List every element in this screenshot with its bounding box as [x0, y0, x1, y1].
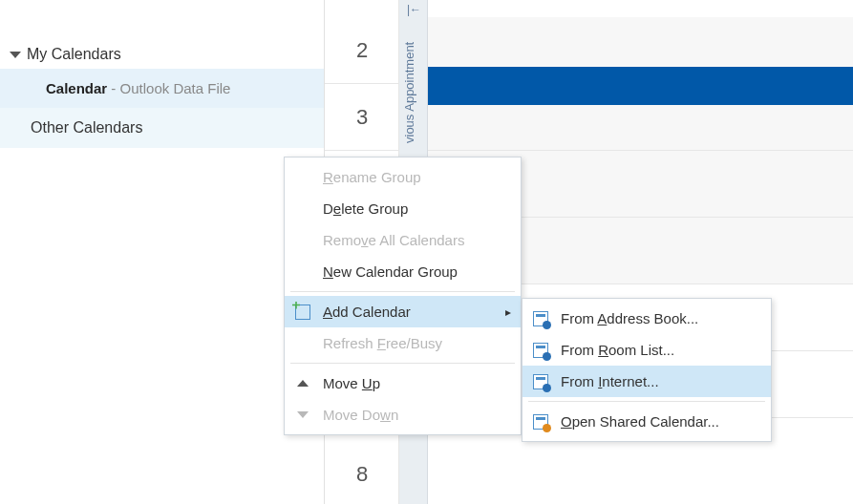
submenu-from-address-book[interactable]: From Address Book... — [522, 303, 771, 334]
calendar-room-list-icon — [532, 342, 549, 359]
sidebar-group-other-calendars[interactable]: Other Calendars — [0, 108, 324, 148]
menu-rename-group: Rename Group — [285, 161, 521, 193]
calendar-name: Calendar — [46, 80, 107, 96]
menu-move-up[interactable]: Move Up — [285, 368, 521, 399]
previous-appointment-label: vious Appointment — [402, 42, 416, 143]
submenu-add-calendar: From Address Book... From Room List... F… — [522, 298, 772, 442]
calendar-address-book-icon — [532, 310, 549, 327]
timeslot-row[interactable] — [428, 441, 853, 504]
submenu-from-internet[interactable]: From Internet... — [522, 366, 771, 397]
menu-separator — [290, 291, 515, 292]
hour-cell: 3 — [325, 84, 399, 151]
submenu-open-shared-calendar[interactable]: Open Shared Calendar... — [522, 406, 771, 437]
calendar-add-icon — [294, 304, 311, 321]
hour-cell: 8 — [325, 441, 399, 504]
calendar-event[interactable] — [428, 67, 853, 105]
menu-refresh-free-busy: Refresh Free/Busy — [285, 327, 521, 359]
menu-move-down: Move Down — [285, 399, 521, 430]
menu-new-calendar-group[interactable]: New Calendar Group — [285, 256, 521, 287]
hour-cell: 2 — [325, 17, 399, 84]
triangle-down-icon — [294, 407, 311, 424]
sidebar-item-calendar[interactable]: Calendar - Outlook Data File — [0, 69, 324, 108]
menu-separator — [290, 363, 515, 364]
menu-add-calendar[interactable]: Add Calendar — [285, 296, 521, 327]
triangle-up-icon — [294, 375, 311, 392]
calendar-subtitle: - Outlook Data File — [107, 80, 230, 96]
calendar-internet-icon — [532, 373, 549, 390]
menu-remove-all-calendars: Remove All Calendars — [285, 224, 521, 256]
sidebar-group-label: Other Calendars — [31, 119, 142, 136]
calendar-shared-icon — [532, 413, 549, 430]
sidebar-group-my-calendars[interactable]: My Calendars — [0, 40, 324, 69]
context-menu: Rename Group Delete Group Remove All Cal… — [284, 157, 522, 435]
menu-separator — [528, 401, 765, 402]
previous-arrow-icon: |← — [407, 3, 421, 16]
sidebar-header-label: My Calendars — [27, 46, 121, 63]
submenu-from-room-list[interactable]: From Room List... — [522, 334, 771, 366]
sidebar: My Calendars Calendar - Outlook Data Fil… — [0, 0, 325, 504]
chevron-down-icon — [10, 52, 21, 58]
menu-delete-group[interactable]: Delete Group — [285, 193, 521, 224]
